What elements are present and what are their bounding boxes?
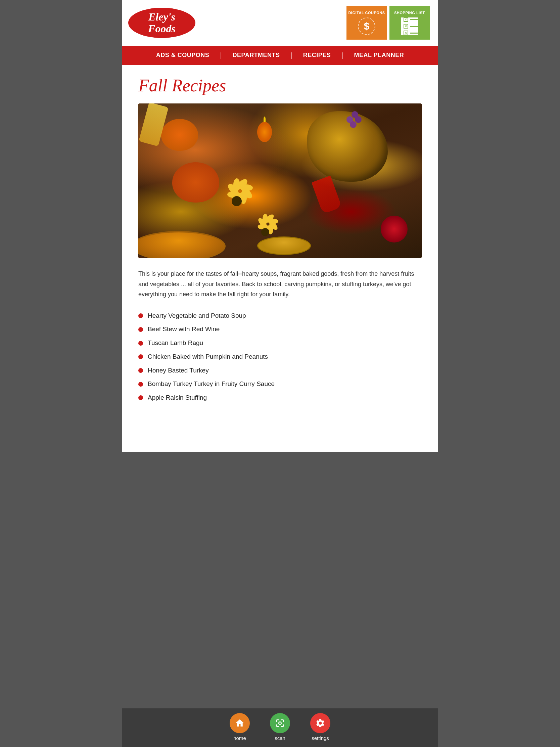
page-title: Fall Recipes bbox=[138, 76, 422, 95]
recipe-bullet bbox=[138, 368, 143, 373]
bottom-nav-home[interactable]: home bbox=[230, 713, 250, 741]
recipe-bullet bbox=[138, 327, 143, 332]
bottom-nav: home scan settings bbox=[122, 709, 438, 747]
sunflower-center-1 bbox=[232, 196, 242, 206]
nav-item-meal-planner[interactable]: MEAL PLANNER bbox=[345, 46, 414, 65]
pie-small bbox=[257, 236, 311, 255]
dollar-circle: $ bbox=[358, 18, 375, 35]
digital-coupons-button[interactable]: DIGITAL COUPONS $ bbox=[346, 6, 387, 40]
recipe-bullet bbox=[138, 395, 143, 400]
shopping-list-button[interactable]: SHOPPING LIST ✕ ✕ ✕ bbox=[390, 6, 430, 40]
check-3: ✕ bbox=[404, 31, 408, 35]
settings-icon bbox=[315, 718, 325, 728]
list-row-1: ✕ bbox=[404, 17, 419, 22]
pumpkin-large bbox=[161, 119, 198, 151]
list-item[interactable]: Tuscan Lamb Ragu bbox=[138, 336, 422, 350]
shopping-list-icon: ✕ ✕ ✕ bbox=[401, 18, 418, 35]
check-1: ✕ bbox=[404, 17, 408, 22]
recipe-name: Bombay Turkey Turkey in Fruity Curry Sau… bbox=[148, 380, 275, 388]
hero-image bbox=[138, 103, 422, 258]
grapes bbox=[345, 111, 365, 138]
logo-text: Eley'sFoods bbox=[148, 11, 176, 34]
list-item[interactable]: Hearty Vegetable and Potato Soup bbox=[138, 309, 422, 323]
home-label: home bbox=[233, 735, 246, 741]
red-peppers bbox=[312, 176, 342, 214]
hero-image-inner bbox=[138, 103, 422, 258]
shopping-list-label: SHOPPING LIST bbox=[394, 11, 425, 15]
recipe-bullet bbox=[138, 341, 143, 345]
recipe-name: Beef Stew with Red Wine bbox=[148, 325, 219, 334]
nav-item-ads-coupons[interactable]: ADS & COUPONS bbox=[147, 46, 219, 65]
scan-label: scan bbox=[275, 735, 285, 741]
recipe-name: Apple Raisin Stuffing bbox=[148, 394, 207, 402]
recipe-list: Hearty Vegetable and Potato SoupBeef Ste… bbox=[138, 309, 422, 405]
digital-coupons-label: DIGITAL COUPONS bbox=[348, 11, 385, 15]
recipe-bullet bbox=[138, 382, 143, 387]
nav-sep-2: | bbox=[289, 51, 294, 59]
bottom-nav-scan[interactable]: scan bbox=[270, 713, 290, 741]
settings-icon-button[interactable] bbox=[310, 713, 330, 733]
pumpkin-medium bbox=[172, 162, 219, 203]
scan-icon-button[interactable] bbox=[270, 713, 290, 733]
recipe-name: Hearty Vegetable and Potato Soup bbox=[148, 312, 246, 320]
recipe-name: Honey Basted Turkey bbox=[148, 366, 209, 375]
list-item[interactable]: Honey Basted Turkey bbox=[138, 364, 422, 378]
list-row-3: ✕ bbox=[404, 31, 419, 35]
logo[interactable]: Eley'sFoods bbox=[128, 8, 195, 38]
nav-item-departments[interactable]: DEPARTMENTS bbox=[223, 46, 289, 65]
line-2 bbox=[410, 26, 419, 27]
recipe-bullet bbox=[138, 313, 143, 318]
line-3 bbox=[410, 32, 419, 33]
nav-item-recipes[interactable]: RECIPES bbox=[294, 46, 341, 65]
pomegranate bbox=[381, 216, 407, 242]
sunflower-1 bbox=[223, 188, 250, 215]
recipe-bullet bbox=[138, 354, 143, 359]
header: Eley'sFoods DIGITAL COUPONS $ SHOPPING L… bbox=[122, 0, 438, 46]
scan-icon bbox=[275, 718, 285, 728]
page-description: This is your place for the tastes of fal… bbox=[138, 269, 422, 300]
home-icon-button[interactable] bbox=[230, 713, 250, 733]
nav-sep-3: | bbox=[340, 51, 344, 59]
main-content: Fall Recipes bbox=[122, 65, 438, 418]
logo-area: Eley'sFoods bbox=[128, 8, 195, 38]
home-icon bbox=[235, 718, 245, 728]
list-item[interactable]: Bombay Turkey Turkey in Fruity Curry Sau… bbox=[138, 377, 422, 391]
list-row-2: ✕ bbox=[404, 24, 419, 29]
dollar-symbol: $ bbox=[364, 21, 370, 32]
bottom-nav-settings[interactable]: settings bbox=[310, 713, 330, 741]
list-item[interactable]: Apple Raisin Stuffing bbox=[138, 391, 422, 405]
recipe-name: Chicken Baked with Pumpkin and Peanuts bbox=[148, 353, 268, 361]
check-2: ✕ bbox=[404, 24, 408, 29]
header-buttons: DIGITAL COUPONS $ SHOPPING LIST ✕ ✕ bbox=[346, 6, 430, 40]
candle bbox=[257, 122, 272, 142]
page-wrapper: Eley'sFoods DIGITAL COUPONS $ SHOPPING L… bbox=[122, 0, 438, 452]
nav-sep-1: | bbox=[218, 51, 223, 59]
sunflower-center-2 bbox=[261, 228, 269, 236]
nav-bar: ADS & COUPONS | DEPARTMENTS | RECIPES | … bbox=[122, 46, 438, 65]
line-1 bbox=[410, 19, 419, 20]
recipe-name: Tuscan Lamb Ragu bbox=[148, 339, 203, 347]
list-item[interactable]: Beef Stew with Red Wine bbox=[138, 323, 422, 336]
list-item[interactable]: Chicken Baked with Pumpkin and Peanuts bbox=[138, 350, 422, 364]
settings-label: settings bbox=[312, 735, 329, 741]
pie-large bbox=[138, 231, 225, 258]
